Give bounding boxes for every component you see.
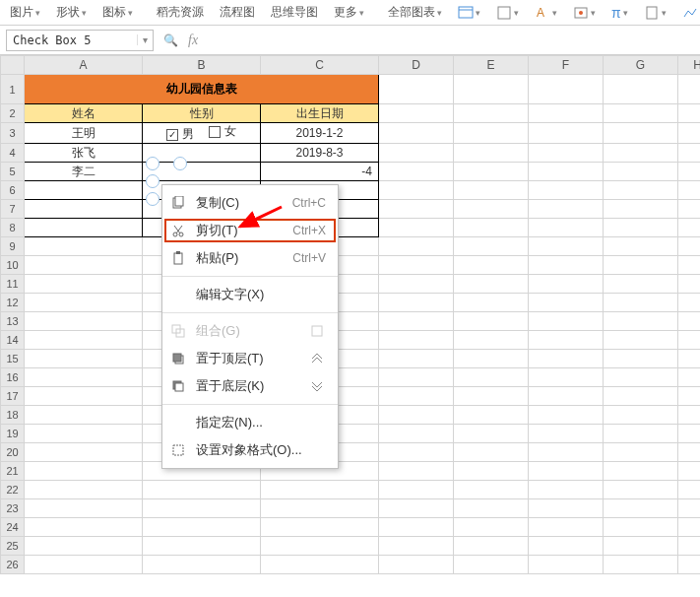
row-header[interactable]: 8 — [1, 219, 25, 237]
row-header[interactable]: 5 — [1, 163, 25, 181]
ribbon-doker[interactable]: 稻壳资源 — [151, 4, 210, 21]
ctx-paste[interactable]: 粘贴(P) Ctrl+V — [162, 244, 338, 272]
cell-gender[interactable] — [143, 163, 261, 181]
row-header[interactable]: 21 — [1, 462, 25, 481]
checkbox-female[interactable]: 女 — [209, 123, 236, 140]
ctx-back-label: 置于底层(K) — [196, 377, 300, 395]
selection-handle[interactable] — [146, 192, 159, 206]
send-back-icon — [170, 378, 186, 394]
header-gender[interactable]: 性别 — [143, 104, 261, 123]
zoom-icon[interactable]: 🔍 — [163, 33, 178, 47]
ribbon-allcharts[interactable]: 全部图表▾ — [382, 4, 448, 21]
cell-dob[interactable]: 2019-8-3 — [261, 144, 379, 163]
ctx-copy-label: 复制(C) — [196, 194, 283, 212]
submenu-icon — [310, 352, 326, 365]
sheet-title[interactable]: 幼儿园信息表 — [25, 75, 379, 104]
ribbon-pic[interactable]: 图片▾ — [4, 4, 46, 21]
selection-handle[interactable] — [146, 157, 159, 170]
select-all-corner[interactable] — [1, 56, 25, 75]
row-header[interactable]: 14 — [1, 331, 25, 350]
row-header[interactable]: 22 — [1, 481, 25, 499]
ctx-group: 组合(G) — [162, 317, 338, 345]
cell-name[interactable]: 李二 — [25, 163, 143, 181]
row-header[interactable]: 6 — [1, 181, 25, 200]
row-16: 16 — [1, 368, 701, 387]
selection-handle[interactable] — [173, 157, 187, 170]
cell-gender[interactable]: ✓男 女 — [143, 123, 261, 144]
cell-dob[interactable]: -4 — [261, 163, 379, 181]
selection-handle[interactable] — [146, 174, 159, 188]
ribbon-icon-b[interactable]: ▾ — [490, 5, 525, 21]
cell-dob[interactable]: 2019-1-2 — [261, 123, 379, 144]
row-14: 14 — [1, 331, 701, 350]
ctx-copy[interactable]: 复制(C) Ctrl+C — [162, 189, 338, 217]
ctx-macro[interactable]: 指定宏(N)... — [162, 409, 338, 436]
row-header[interactable]: 13 — [1, 312, 25, 331]
col-header[interactable]: C — [261, 56, 379, 75]
col-header[interactable]: H — [678, 56, 701, 75]
checkbox-male-label: 男 — [182, 126, 194, 143]
checkbox-male[interactable]: ✓男 — [166, 126, 194, 143]
ribbon-shape[interactable]: 形状▾ — [50, 4, 93, 21]
row-header[interactable]: 2 — [1, 104, 25, 123]
ribbon-more[interactable]: 更多▾ — [328, 4, 370, 21]
row-header[interactable]: 23 — [1, 499, 25, 518]
row-header[interactable]: 26 — [1, 556, 25, 574]
svg-rect-0 — [459, 7, 473, 18]
row-header[interactable]: 4 — [1, 144, 25, 163]
row-header[interactable]: 9 — [1, 237, 25, 256]
col-header[interactable]: F — [529, 56, 604, 75]
col-header[interactable]: G — [604, 56, 678, 75]
ctx-send-back[interactable]: 置于底层(K) — [162, 372, 338, 400]
row-header[interactable]: 1 — [1, 75, 25, 104]
row-header[interactable]: 17 — [1, 387, 25, 406]
row-header[interactable]: 16 — [1, 368, 25, 387]
col-header[interactable]: B — [143, 56, 261, 75]
name-box[interactable]: Check Box 5 ▾ — [6, 30, 154, 51]
row-header[interactable]: 10 — [1, 256, 25, 275]
col-header[interactable]: A — [25, 56, 143, 75]
ctx-format[interactable]: 设置对象格式(O)... — [162, 436, 338, 464]
ctx-edit-text[interactable]: 编辑文字(X) — [162, 281, 338, 308]
row-header[interactable]: 3 — [1, 123, 25, 144]
ribbon-icon-f[interactable]: ▾ — [638, 5, 672, 21]
ribbon-icon-d[interactable]: ▾ — [567, 5, 602, 21]
col-header[interactable]: E — [454, 56, 529, 75]
row-header[interactable]: 11 — [1, 275, 25, 294]
ctx-separator — [162, 404, 338, 405]
ctx-copy-shortcut: Ctrl+C — [292, 196, 326, 210]
row-header[interactable]: 24 — [1, 518, 25, 537]
fx-label[interactable]: fx — [188, 33, 198, 48]
ribbon-flow[interactable]: 流程图 — [214, 4, 261, 21]
header-dob[interactable]: 出生日期 — [261, 104, 379, 123]
ribbon-mind[interactable]: 思维导图 — [265, 4, 324, 21]
name-box-dropdown[interactable]: ▾ — [137, 34, 153, 45]
cell-gender[interactable] — [143, 144, 261, 163]
row-header[interactable]: 15 — [1, 350, 25, 368]
context-menu: 复制(C) Ctrl+C 剪切(T) Ctrl+X 粘贴(P) Ctrl+V 编… — [161, 184, 339, 469]
ribbon-icon-e[interactable]: π▾ — [605, 5, 634, 21]
row-header[interactable]: 18 — [1, 406, 25, 425]
ribbon-icon-a[interactable]: ▾ — [452, 5, 486, 21]
row-header[interactable]: 20 — [1, 443, 25, 462]
row-6: 6 — [1, 181, 701, 200]
bring-front-icon — [170, 351, 186, 366]
ribbon-icon-g[interactable]: ▾ — [676, 5, 700, 21]
row-11: 11 — [1, 275, 701, 294]
grid-table: A B C D E F G H 1 幼儿园信息表 2 姓名 性别 出生日期 3 … — [0, 55, 700, 574]
cell-name[interactable]: 王明 — [25, 123, 143, 144]
header-name[interactable]: 姓名 — [25, 104, 143, 123]
row-header[interactable]: 12 — [1, 294, 25, 312]
row-header[interactable]: 7 — [1, 200, 25, 219]
row-header[interactable]: 25 — [1, 537, 25, 556]
row-header[interactable]: 19 — [1, 425, 25, 443]
row-7: 7 — [1, 200, 701, 219]
ctx-bring-front[interactable]: 置于顶层(T) — [162, 345, 338, 372]
col-header[interactable]: D — [379, 56, 454, 75]
ribbon-icon[interactable]: 图标▾ — [96, 4, 139, 21]
ribbon-icon-c[interactable]: A▾ — [529, 5, 563, 21]
cell-name[interactable]: 张飞 — [25, 144, 143, 163]
col-header-row: A B C D E F G H — [1, 56, 701, 75]
spreadsheet[interactable]: A B C D E F G H 1 幼儿园信息表 2 姓名 性别 出生日期 3 … — [0, 55, 700, 597]
ctx-cut[interactable]: 剪切(T) Ctrl+X — [162, 217, 338, 244]
